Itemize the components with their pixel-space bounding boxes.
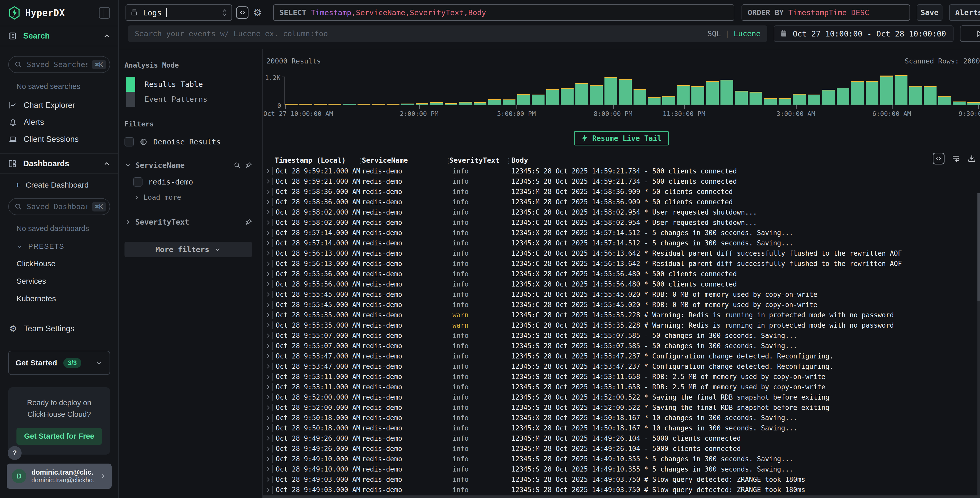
wrap-lines-icon[interactable] (951, 154, 961, 163)
histogram-bar[interactable] (387, 104, 399, 105)
table-row[interactable]: Oct 28 9:55:45.000 AM redis-demo info 12… (263, 289, 980, 300)
expand-row-chevron-icon[interactable] (263, 415, 272, 421)
expand-row-chevron-icon[interactable] (263, 312, 272, 318)
histogram-bar[interactable] (822, 90, 835, 105)
sidebar-item-services[interactable]: Services (16, 277, 110, 285)
checkbox[interactable] (124, 137, 134, 146)
histogram-bar[interactable] (430, 102, 443, 105)
histogram-bar[interactable] (474, 102, 487, 105)
expand-row-chevron-icon[interactable] (263, 374, 272, 380)
run-query-button[interactable] (960, 25, 980, 42)
sidebar-item-clickhouse[interactable]: ClickHouse (16, 259, 110, 268)
expand-row-chevron-icon[interactable] (263, 487, 272, 493)
histogram-bar[interactable] (488, 99, 501, 105)
expand-row-chevron-icon[interactable] (263, 209, 272, 215)
expand-row-chevron-icon[interactable] (263, 435, 272, 441)
expand-row-chevron-icon[interactable] (263, 322, 272, 328)
time-range-picker[interactable]: Oct 27 10:00:00 - Oct 28 10:00:00 (774, 25, 953, 42)
histogram-bar[interactable] (880, 76, 893, 105)
histogram-bar[interactable] (532, 95, 544, 105)
histogram-bar[interactable] (445, 103, 457, 105)
histogram-bar[interactable] (372, 104, 385, 105)
sidebar-item-team-settings[interactable]: ⚙ Team Settings (8, 324, 110, 334)
table-row[interactable]: Oct 28 9:53:11.000 AM redis-demo info 12… (263, 382, 980, 392)
create-dashboard-button[interactable]: + Create Dashboard (8, 181, 110, 189)
mode-lucene-toggle[interactable]: Lucene (733, 29, 760, 38)
histogram-bar[interactable] (938, 96, 951, 105)
sidebar-item-alerts[interactable]: Alerts (8, 114, 110, 131)
expand-row-chevron-icon[interactable] (263, 476, 272, 482)
get-started-free-button[interactable]: Get Started for Free (16, 428, 102, 445)
histogram-bar[interactable] (764, 98, 776, 105)
facet-search-icon[interactable] (234, 162, 241, 169)
vertical-scrollbar-thumb[interactable] (977, 193, 980, 301)
histogram-bar[interactable] (953, 102, 965, 105)
histogram-bar[interactable] (299, 104, 312, 105)
table-row[interactable]: Oct 28 9:49:10.000 AM redis-demo info 12… (263, 464, 980, 474)
column-header-body[interactable]: Body (507, 156, 980, 164)
expand-row-chevron-icon[interactable] (263, 240, 272, 246)
expand-row-chevron-icon[interactable] (263, 302, 272, 308)
histogram-bar[interactable] (662, 96, 675, 105)
table-row[interactable]: Oct 28 9:55:35.000 AM redis-demo warn 12… (263, 310, 980, 320)
table-row[interactable]: Oct 28 9:58:36.000 AM redis-demo info 12… (263, 197, 980, 207)
table-row[interactable]: Oct 28 9:58:02.000 AM redis-demo info 12… (263, 207, 980, 217)
table-row[interactable]: Oct 28 9:49:26.000 AM redis-demo info 12… (263, 433, 980, 444)
sidebar-item-chart-explorer[interactable]: Chart Explorer (8, 97, 110, 114)
column-header-severitytext[interactable]: SeverityText (447, 156, 507, 164)
histogram-bar[interactable] (416, 103, 428, 105)
source-select[interactable]: Logs (126, 4, 232, 21)
histogram-bar[interactable] (401, 103, 414, 105)
table-row[interactable]: Oct 28 9:52:00.000 AM redis-demo info 12… (263, 392, 980, 403)
mode-results-table[interactable]: Results Table (126, 77, 252, 92)
table-row[interactable]: Oct 28 9:50:18.000 AM redis-demo info 12… (263, 413, 980, 423)
expand-row-chevron-icon[interactable] (263, 363, 272, 370)
histogram-bar[interactable] (837, 88, 850, 105)
expand-row-chevron-icon[interactable] (263, 333, 272, 339)
histogram-bar[interactable] (575, 83, 588, 105)
table-row[interactable]: Oct 28 9:55:07.000 AM redis-demo info 12… (263, 330, 980, 341)
source-settings-gear-icon[interactable]: ⚙ (253, 7, 262, 18)
expand-row-chevron-icon[interactable] (263, 199, 272, 205)
expand-row-chevron-icon[interactable] (263, 384, 272, 390)
histogram-bar[interactable] (561, 88, 573, 105)
expand-row-chevron-icon[interactable] (263, 178, 272, 184)
histogram-bar[interactable] (546, 89, 559, 105)
order-by-input[interactable]: ORDER BY TimestampTime DESC (741, 4, 910, 21)
horizontal-scrollbar[interactable] (263, 495, 980, 498)
facet-value-redis-demo[interactable]: redis-demo (133, 177, 252, 187)
histogram-bar[interactable] (503, 100, 515, 105)
table-row[interactable]: Oct 28 9:55:56.000 AM redis-demo info 12… (263, 279, 980, 289)
histogram-bar[interactable] (691, 86, 704, 105)
column-config-icon[interactable] (933, 153, 945, 165)
user-menu[interactable]: D dominic.tran@clic... dominic.tran@clic… (7, 463, 111, 489)
histogram-bar[interactable] (314, 104, 327, 105)
histogram-bar[interactable] (343, 104, 356, 105)
histogram-bar[interactable] (285, 104, 298, 105)
table-row[interactable]: Oct 28 9:56:13.000 AM redis-demo info 12… (263, 248, 980, 259)
histogram-bar[interactable] (590, 85, 602, 105)
expand-row-chevron-icon[interactable] (263, 292, 272, 298)
expand-row-chevron-icon[interactable] (263, 271, 272, 277)
histogram-bar[interactable] (895, 75, 907, 105)
histogram-bar[interactable] (677, 85, 690, 105)
expand-row-chevron-icon[interactable] (263, 219, 272, 225)
histogram-bar[interactable] (866, 81, 878, 105)
sidebar-item-search[interactable]: Search (0, 26, 118, 46)
histogram-bar[interactable] (358, 104, 370, 105)
table-row[interactable]: Oct 28 9:55:56.000 AM redis-demo info 12… (263, 269, 980, 279)
histogram-bar[interactable] (851, 81, 864, 105)
sidebar-collapse-icon[interactable] (99, 7, 110, 19)
table-row[interactable]: Oct 28 9:53:47.000 AM redis-demo info 12… (263, 351, 980, 361)
histogram-bar[interactable] (633, 89, 646, 105)
save-button[interactable]: Save (917, 4, 942, 21)
expand-row-chevron-icon[interactable] (263, 404, 272, 411)
pin-icon[interactable] (245, 219, 252, 225)
histogram-bar[interactable] (924, 86, 936, 105)
checkbox[interactable] (133, 177, 143, 187)
histogram-bar[interactable] (909, 86, 922, 105)
select-clause-input[interactable]: SELECT Timestamp,ServiceName,SeverityTex… (273, 4, 734, 21)
table-row[interactable]: Oct 28 9:49:03.000 AM redis-demo info 12… (263, 474, 980, 485)
histogram-bar[interactable] (749, 92, 762, 105)
histogram-bar[interactable] (605, 77, 617, 105)
